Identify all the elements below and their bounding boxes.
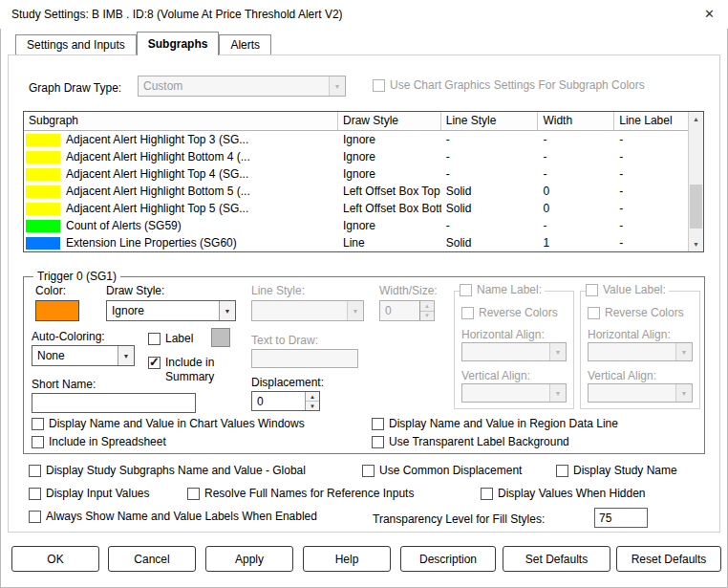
graph-draw-type-label: Graph Draw Type: <box>29 81 121 95</box>
subgraph-table: Subgraph Draw Style Line Style Width Lin… <box>23 111 704 252</box>
displacement-spinner[interactable]: 0 ▲▼ <box>251 391 320 411</box>
chevron-down-icon: ▼ <box>675 343 692 360</box>
line-style-dropdown: ▼ <box>251 300 364 321</box>
chevron-down-icon: ▼ <box>549 384 566 402</box>
width-size-spinner: 0 ▲▼ <box>379 300 435 321</box>
text-to-draw-label: Text to Draw: <box>251 334 318 347</box>
value-horizontal-align-dropdown: ▼ <box>588 342 693 361</box>
tab-alerts[interactable]: Alerts <box>219 34 271 54</box>
table-body: Adjacent Alert Highlight Top 3 (SG... Ig… <box>24 131 688 251</box>
include-in-spreadsheet-checkbox[interactable]: Include in Spreadsheet <box>32 435 166 449</box>
study-settings-dialog: Study Settings: B IMB . ID:8 (Volume At … <box>0 0 728 588</box>
trigger-color-swatch[interactable] <box>35 300 79 321</box>
display-chart-values-checkbox[interactable]: Display Name and Value in Chart Values W… <box>32 417 305 431</box>
color-label: Color: <box>35 284 66 297</box>
display-study-name-checkbox[interactable]: Display Study Name <box>556 464 677 478</box>
column-header-line-label[interactable]: Line Label <box>614 112 688 130</box>
label-checkbox[interactable]: Label <box>148 332 193 346</box>
description-button[interactable]: Description <box>400 546 496 572</box>
name-vertical-align-dropdown: ▼ <box>461 383 567 403</box>
tab-subgraphs[interactable]: Subgraphs <box>137 32 220 55</box>
column-header-line-style[interactable]: Line Style <box>441 112 539 130</box>
chevron-down-icon: ▼ <box>549 343 566 360</box>
spin-down-icon[interactable]: ▼ <box>306 402 319 410</box>
table-row[interactable]: Adjacent Alert Highlight Top 4 (SG... Ig… <box>24 165 688 183</box>
spin-up-icon[interactable]: ▲ <box>306 392 319 402</box>
use-chart-graphics-checkbox: Use Chart Graphics Settings For Subgraph… <box>373 78 645 93</box>
text-to-draw-input <box>251 349 358 368</box>
subgraph-color-swatch <box>26 151 60 163</box>
name-vertical-align-label: Vertical Align: <box>461 369 530 382</box>
always-show-labels-checkbox[interactable]: Always Show Name and Value Labels When E… <box>29 510 317 524</box>
graph-draw-type-value: Custom <box>139 76 329 96</box>
line-style-label: Line Style: <box>251 284 305 297</box>
window-title: Study Settings: B IMB . ID:8 (Volume At … <box>11 8 343 21</box>
table-row[interactable]: Adjacent Alert Highlight Bottom 4 (... I… <box>24 148 688 165</box>
apply-button[interactable]: Apply <box>205 546 293 572</box>
auto-coloring-dropdown[interactable]: None ▼ <box>32 345 135 366</box>
column-header-draw-style[interactable]: Draw Style <box>338 112 441 130</box>
set-defaults-button[interactable]: Set Defaults <box>503 546 610 572</box>
short-name-label: Short Name: <box>32 378 96 391</box>
auto-coloring-label: Auto-Coloring: <box>32 330 105 343</box>
column-header-width[interactable]: Width <box>538 112 614 130</box>
display-values-when-hidden-checkbox[interactable]: Display Values When Hidden <box>481 487 646 501</box>
tab-strip: Settings and Inputs Subgraphs Alerts <box>15 32 271 55</box>
value-label-checkbox: Value Label: <box>586 283 669 297</box>
table-row[interactable]: Extension Line Properties (SG60) Line So… <box>24 234 688 251</box>
display-input-values-checkbox[interactable]: Display Input Values <box>29 487 150 501</box>
ok-button[interactable]: OK <box>11 546 99 572</box>
draw-style-dropdown[interactable]: Ignore ▼ <box>106 300 236 321</box>
draw-style-label: Draw Style: <box>106 284 164 297</box>
chevron-down-icon: ▼ <box>347 301 363 320</box>
transparent-label-background-checkbox[interactable]: Use Transparent Label Background <box>372 435 569 449</box>
subgraph-color-swatch <box>26 185 60 198</box>
scroll-up-icon[interactable]: ▲ <box>689 112 703 126</box>
resolve-full-names-checkbox[interactable]: Resolve Full Names for Reference Inputs <box>187 487 414 501</box>
table-row[interactable]: Adjacent Alert Highlight Top 5 (SG... Le… <box>24 200 688 217</box>
name-label-checkbox: Name Label: <box>460 283 545 297</box>
name-horizontal-align-dropdown: ▼ <box>461 342 567 361</box>
table-row[interactable]: Count of Alerts (SG59) Ignore - - - <box>24 217 688 234</box>
spin-up-icon: ▲ <box>420 301 434 312</box>
scrollbar-thumb[interactable] <box>690 185 702 229</box>
trigger-group-title: Trigger 0 (SG1) <box>33 270 120 283</box>
use-common-displacement-checkbox[interactable]: Use Common Displacement <box>362 464 522 478</box>
include-in-summary-checkbox[interactable]: Include in Summary <box>148 356 214 384</box>
reset-defaults-button[interactable]: Reset Defaults <box>616 546 721 572</box>
subgraph-color-swatch <box>26 203 60 215</box>
chevron-down-icon: ▼ <box>675 384 692 402</box>
subgraph-color-swatch <box>26 220 60 232</box>
value-reverse-colors-checkbox: Reverse Colors <box>588 306 684 320</box>
checkbox-box <box>373 79 385 92</box>
table-row[interactable]: Adjacent Alert Highlight Bottom 5 (... L… <box>24 183 688 200</box>
close-icon[interactable]: ✕ <box>704 7 715 21</box>
scroll-down-icon[interactable]: ▼ <box>689 237 703 251</box>
transparency-level-input[interactable] <box>594 508 648 528</box>
chevron-down-icon: ▼ <box>329 76 345 96</box>
subgraph-color-swatch <box>26 134 60 146</box>
graph-draw-type-dropdown: Custom ▼ <box>138 76 346 97</box>
value-vertical-align-label: Vertical Align: <box>588 369 656 382</box>
trigger-groupbox: Trigger 0 (SG1) Color: Draw Style: Ignor… <box>23 276 705 454</box>
cancel-button[interactable]: Cancel <box>108 546 196 572</box>
titlebar: Study Settings: B IMB . ID:8 (Volume At … <box>0 0 728 29</box>
chevron-down-icon: ▼ <box>118 346 134 365</box>
table-vertical-scrollbar[interactable]: ▲ ▼ <box>688 112 703 251</box>
display-region-data-checkbox[interactable]: Display Name and Value in Region Data Li… <box>372 417 618 431</box>
tab-settings-and-inputs[interactable]: Settings and Inputs <box>15 34 137 54</box>
label-color-swatch[interactable] <box>211 328 230 347</box>
help-button[interactable]: Help <box>303 546 391 572</box>
column-header-subgraph[interactable]: Subgraph <box>24 112 338 130</box>
subgraph-color-swatch <box>26 168 60 181</box>
name-horizontal-align-label: Horizontal Align: <box>461 328 545 341</box>
display-subgraphs-global-checkbox[interactable]: Display Study Subgraphs Name and Value -… <box>29 464 306 478</box>
short-name-input[interactable] <box>32 393 196 413</box>
chevron-down-icon: ▼ <box>219 301 235 320</box>
value-horizontal-align-label: Horizontal Align: <box>588 328 671 341</box>
table-row[interactable]: Adjacent Alert Highlight Top 3 (SG... Ig… <box>24 131 688 148</box>
table-header-row: Subgraph Draw Style Line Style Width Lin… <box>24 112 688 131</box>
name-reverse-colors-checkbox: Reverse Colors <box>461 306 558 320</box>
transparency-level-label: Transparency Level for Fill Styles: <box>373 512 545 526</box>
width-size-label: Width/Size: <box>379 284 438 297</box>
